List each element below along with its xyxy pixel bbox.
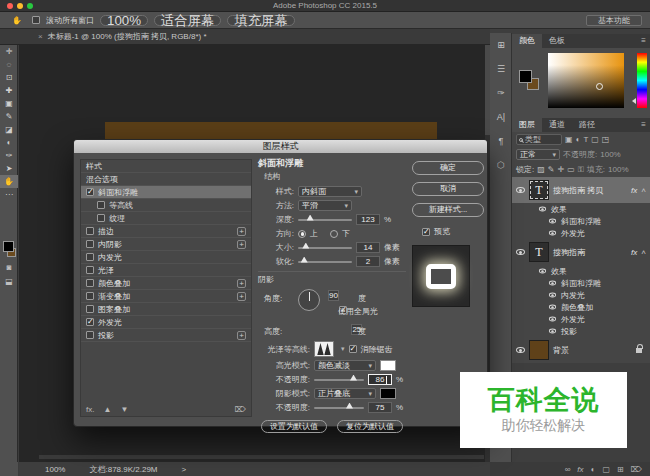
horizontal-scrollbar[interactable] [39, 455, 484, 459]
background-layer-thumbnail[interactable] [529, 340, 549, 360]
layer-visibility-eye-icon[interactable] [516, 249, 525, 255]
lock-all-icon[interactable]: ⚿ [578, 165, 584, 175]
opacity-value[interactable]: 100% [600, 150, 620, 159]
histogram-panel-icon[interactable]: ⊞ [490, 33, 512, 57]
drop-shadow-add-icon[interactable]: + [237, 331, 246, 340]
crop-tool-icon[interactable]: ⊡ [0, 71, 18, 84]
tab-layers[interactable]: 图层 [512, 118, 542, 132]
cancel-button[interactable]: 取消 [412, 182, 484, 196]
anti-alias-checkbox[interactable] [349, 345, 357, 353]
libraries-panel-icon[interactable]: ⬡ [490, 153, 512, 177]
stroke-item[interactable]: 描边+ [81, 225, 251, 238]
hue-slider[interactable] [637, 53, 647, 108]
style-dropdown[interactable]: 内斜面▾ [298, 186, 362, 197]
collapse-effects-icon[interactable]: ˄ [641, 248, 646, 257]
add-layer-style-icon[interactable]: fx [577, 465, 583, 474]
fill-screen-button[interactable]: 填充屏幕 [227, 15, 294, 26]
brush-panel-icon[interactable]: ✑ [490, 81, 512, 105]
lock-position-icon[interactable]: ✛ [558, 165, 565, 174]
delete-effect-icon[interactable]: ⌦ [235, 405, 246, 414]
layer-name[interactable]: 搜狗指南 拷贝 [553, 185, 603, 196]
lock-artboard-icon[interactable]: ▭ [567, 165, 575, 174]
gradient-overlay-checkbox[interactable] [86, 292, 94, 300]
highlight-opacity-value[interactable]: 86 [368, 374, 392, 385]
blending-options-item[interactable]: 混合选项 [81, 173, 251, 186]
panel-menu-icon[interactable]: ≡ [641, 118, 650, 132]
soften-slider-thumb[interactable] [301, 257, 308, 263]
text-layer-thumbnail[interactable]: T [529, 180, 549, 200]
effects-group-row[interactable]: 效果 [512, 265, 650, 277]
styles-item[interactable]: 样式 [81, 160, 251, 173]
paragraph-panel-icon[interactable]: ¶ [490, 129, 512, 153]
lock-pixels-icon[interactable]: ✎ [548, 165, 555, 174]
status-options-arrow-icon[interactable]: > [182, 465, 187, 474]
drop-shadow-checkbox[interactable] [86, 331, 94, 339]
outer-glow-checkbox[interactable] [86, 318, 94, 326]
tab-color[interactable]: 颜色 [512, 34, 542, 48]
filter-adjustment-icon[interactable]: ◐ [576, 135, 581, 144]
shadow-opacity-slider[interactable] [314, 407, 364, 409]
gloss-contour-picker[interactable] [314, 341, 334, 357]
color-overlay-checkbox[interactable] [86, 279, 94, 287]
filter-pixel-icon[interactable]: ▣ [565, 135, 573, 144]
effect-visibility-eye-icon[interactable] [549, 219, 556, 224]
depth-value[interactable]: 123 [356, 214, 380, 225]
highlight-opacity-slider[interactable] [314, 379, 364, 381]
minimize-window-icon[interactable] [17, 3, 23, 9]
angle-value[interactable]: 90 [328, 290, 339, 301]
layer-name[interactable]: 搜狗指南 [553, 247, 585, 258]
color-overlay-item[interactable]: 颜色叠加+ [81, 277, 251, 290]
preview-checkbox[interactable] [422, 228, 430, 236]
contour-checkbox[interactable] [97, 201, 105, 209]
size-slider-thumb[interactable] [302, 243, 309, 249]
hand-tool-option-icon[interactable]: ✋ [8, 14, 26, 27]
layer-fx-icon[interactable]: fx [631, 248, 637, 257]
screen-mode-icon[interactable]: ⬓ [0, 277, 18, 286]
scroll-all-windows-checkbox[interactable] [32, 16, 40, 24]
brush-tool-icon[interactable]: ✎ [0, 110, 18, 123]
healing-brush-tool-icon[interactable]: ✚ [0, 84, 18, 97]
layer-visibility-eye-icon[interactable] [516, 187, 525, 193]
size-value[interactable]: 14 [356, 242, 380, 253]
add-adjustment-layer-icon[interactable]: ◐ [591, 465, 596, 474]
color-gradient-field[interactable] [548, 53, 624, 108]
pen-tool-icon[interactable]: ✑ [0, 149, 18, 162]
filter-shape-icon[interactable]: ▢ [591, 135, 599, 144]
effect-row[interactable]: 投影 [512, 325, 650, 337]
quick-mask-icon[interactable]: ◙ [0, 263, 18, 272]
effect-row[interactable]: 颜色叠加 [512, 301, 650, 313]
shadow-mode-dropdown[interactable]: 正片叠底▾ [314, 388, 376, 399]
eraser-tool-icon[interactable]: ◪ [0, 123, 18, 136]
effect-visibility-eye-icon[interactable] [549, 231, 556, 236]
dodge-tool-icon[interactable]: ◐ [0, 136, 18, 149]
effect-visibility-eye-icon[interactable] [549, 329, 556, 334]
layer-name[interactable]: 背景 [553, 345, 569, 356]
layer-row[interactable]: T 搜狗指南 拷贝 fx ˄ [512, 177, 650, 203]
outer-glow-item[interactable]: 外发光 [81, 316, 251, 329]
texture-item[interactable]: 纹理 [81, 212, 251, 225]
zoom-level[interactable]: 100% [45, 465, 65, 474]
inner-shadow-add-icon[interactable]: + [237, 240, 246, 249]
reset-default-button[interactable]: 复位为默认值 [337, 420, 403, 433]
fill-value[interactable]: 100% [608, 165, 628, 174]
new-layer-icon[interactable]: ⊞ [617, 465, 624, 474]
effect-row[interactable]: 斜面和浮雕 [512, 277, 650, 289]
satin-item[interactable]: 光泽 [81, 264, 251, 277]
effect-visibility-eye-icon[interactable] [549, 305, 556, 310]
link-layers-icon[interactable]: ∞ [565, 465, 571, 474]
highlight-color-swatch[interactable] [380, 360, 396, 371]
size-slider[interactable] [298, 247, 352, 249]
effect-visibility-eye-icon[interactable] [549, 317, 556, 322]
method-dropdown[interactable]: 平滑▾ [298, 200, 352, 211]
path-select-tool-icon[interactable]: ➤ [0, 162, 18, 175]
move-effect-up-icon[interactable]: ▲ [103, 405, 111, 414]
direction-up-radio[interactable] [298, 230, 306, 238]
effect-visibility-eye-icon[interactable] [549, 293, 556, 298]
tab-channels[interactable]: 通道 [542, 118, 572, 132]
move-effect-down-icon[interactable]: ▼ [120, 405, 128, 414]
drop-shadow-item[interactable]: 投影+ [81, 329, 251, 342]
effects-visibility-eye-icon[interactable] [539, 269, 546, 274]
filter-type-icon[interactable]: T [583, 135, 588, 144]
layer-fx-icon[interactable]: fx [631, 186, 637, 195]
layer-row[interactable]: T 搜狗指南 fx ˄ [512, 239, 650, 265]
